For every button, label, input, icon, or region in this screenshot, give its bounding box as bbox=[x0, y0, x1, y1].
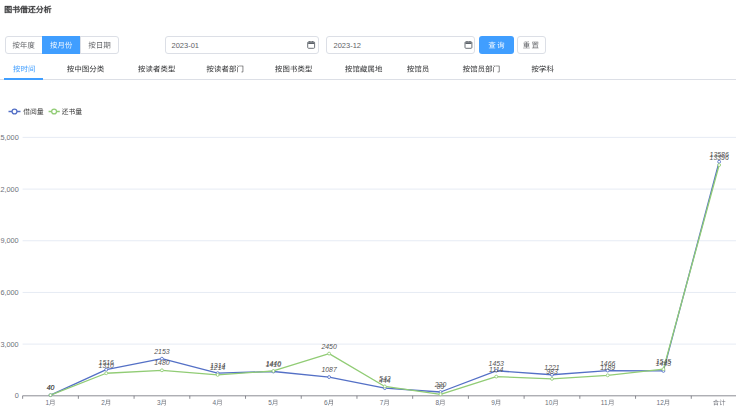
svg-text:1114: 1114 bbox=[489, 366, 503, 373]
svg-text:12,000: 12,000 bbox=[0, 185, 19, 194]
svg-text:1087: 1087 bbox=[321, 366, 337, 373]
svg-text:11: 11 bbox=[601, 399, 608, 406]
svg-text:9: 9 bbox=[491, 399, 495, 406]
svg-text:5: 5 bbox=[268, 399, 272, 406]
svg-text:1: 1 bbox=[45, 399, 49, 406]
svg-text:3,000: 3,000 bbox=[0, 340, 18, 349]
svg-text:1480: 1480 bbox=[154, 359, 169, 366]
svg-text:0: 0 bbox=[15, 391, 19, 400]
svg-text:9,000: 9,000 bbox=[0, 236, 18, 245]
svg-text:89: 89 bbox=[437, 383, 445, 390]
svg-text:542: 542 bbox=[379, 375, 391, 382]
svg-text:6,000: 6,000 bbox=[0, 288, 18, 297]
svg-text:15,000: 15,000 bbox=[0, 133, 19, 142]
svg-text:10: 10 bbox=[545, 399, 553, 406]
svg-text:983: 983 bbox=[546, 368, 558, 375]
svg-text:12: 12 bbox=[657, 399, 665, 406]
svg-text:2: 2 bbox=[101, 399, 105, 406]
svg-text:1189: 1189 bbox=[600, 364, 615, 371]
svg-text:1214: 1214 bbox=[210, 364, 225, 371]
svg-text:3: 3 bbox=[157, 399, 161, 406]
svg-text:6: 6 bbox=[324, 399, 328, 406]
svg-text:4: 4 bbox=[213, 399, 217, 406]
svg-text:1545: 1545 bbox=[656, 358, 671, 365]
svg-text:1440: 1440 bbox=[266, 360, 281, 367]
svg-text:13396: 13396 bbox=[710, 154, 729, 161]
svg-text:8: 8 bbox=[435, 399, 439, 406]
svg-text:2153: 2153 bbox=[153, 348, 169, 355]
svg-text:2450: 2450 bbox=[320, 343, 336, 350]
svg-text:1310: 1310 bbox=[99, 362, 114, 369]
svg-text:40: 40 bbox=[47, 384, 55, 391]
svg-text:7: 7 bbox=[380, 399, 384, 406]
